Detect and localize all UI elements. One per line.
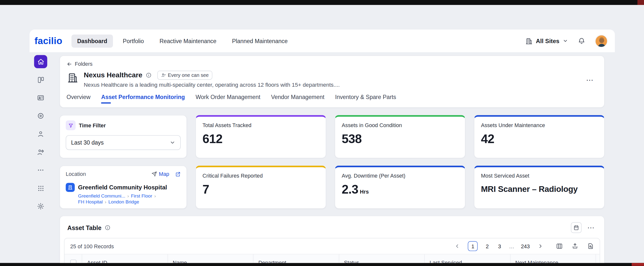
facilio-logo[interactable]: facilio xyxy=(34,35,62,46)
tab-inventory-spare-parts[interactable]: Inventory & Spare Parts xyxy=(335,94,396,105)
window-top-strip xyxy=(0,0,644,5)
chevron-down-icon xyxy=(563,38,568,44)
info-icon[interactable] xyxy=(105,225,110,230)
info-icon[interactable] xyxy=(146,72,152,78)
external-link-icon[interactable] xyxy=(175,171,181,177)
asset-table-title-row: Asset Table ⋯ xyxy=(64,221,600,235)
nav-planned-maintenance[interactable]: Planned Maintenance xyxy=(226,34,294,47)
folder-header-card: Folders Nexus Healthcare xyxy=(60,55,604,108)
avatar[interactable] xyxy=(595,35,607,47)
asset-table-card: Asset Table ⋯ 25 of 100 Records xyxy=(60,216,604,263)
pagination: 1 2 3 … 243 xyxy=(453,241,545,251)
page-prev-button[interactable] xyxy=(453,242,461,250)
filter-icon xyxy=(66,120,76,130)
table-search-icon[interactable] xyxy=(588,243,594,249)
column-header-last-serviced[interactable]: Last Serviced xyxy=(424,254,510,263)
settings-icon[interactable] xyxy=(34,200,47,213)
column-header-department[interactable]: Department xyxy=(253,254,339,263)
breadcrumb-item[interactable]: London Bridge xyxy=(108,199,139,204)
stat-card-avg-downtime: Avg. Downtime (Per Asset) 2.3 Hrs xyxy=(335,165,466,209)
breadcrumb-item[interactable]: FH Hospital xyxy=(78,199,103,204)
page-last[interactable]: 243 xyxy=(521,243,530,249)
time-filter-card: Time Filter Last 30 days xyxy=(60,115,187,158)
window-bottom-strip xyxy=(0,263,644,266)
tab-asset-performance-monitoring[interactable]: Asset Performance Monitoring xyxy=(101,94,185,105)
nav-reactive-maintenance[interactable]: Reactive Maintenance xyxy=(154,34,222,47)
chevron-down-icon xyxy=(170,140,175,145)
column-header-name[interactable]: Name xyxy=(168,254,253,263)
stats-row-2: Location Map xyxy=(60,165,604,209)
user-settings-icon[interactable] xyxy=(34,146,47,159)
tab-work-order-management[interactable]: Work Order Management xyxy=(196,94,260,105)
stat-title: Assets Under Maintenance xyxy=(481,122,598,128)
page-next-button[interactable] xyxy=(536,242,544,250)
stat-unit: Hrs xyxy=(360,189,369,195)
arrow-left-icon xyxy=(66,61,72,67)
column-header-asset-id[interactable]: Asset ID xyxy=(82,254,168,263)
back-label: Folders xyxy=(75,61,92,67)
tab-vendor-management[interactable]: Vendor Management xyxy=(271,94,324,105)
stat-card-good-condition: Assets in Good Condition 538 xyxy=(335,115,466,158)
spaces-icon[interactable] xyxy=(34,73,47,86)
table-scrollbar-gutter[interactable] xyxy=(596,254,600,263)
column-header-next-maintenance[interactable]: Next Maintenance xyxy=(510,254,596,263)
building-icon xyxy=(525,37,532,45)
page-1[interactable]: 1 xyxy=(468,241,478,251)
page-3[interactable]: 3 xyxy=(497,243,502,249)
time-filter-select[interactable]: Last 30 days xyxy=(66,135,181,150)
bell-icon[interactable] xyxy=(578,37,585,45)
calendar-icon[interactable] xyxy=(571,222,582,233)
select-all-checkbox[interactable] xyxy=(70,259,76,263)
map-link-label: Map xyxy=(159,171,169,177)
user-icon[interactable] xyxy=(34,127,47,140)
asset-table-more-button[interactable]: ⋯ xyxy=(586,223,597,232)
apps-icon[interactable] xyxy=(34,181,47,195)
records-count: 25 of 100 Records xyxy=(70,243,114,249)
top-navigation: Dashboard Portfolio Reactive Maintenance… xyxy=(72,34,294,47)
page-title: Nexus Healthcare xyxy=(84,71,142,79)
window-bottom-corner-accent xyxy=(632,263,644,266)
time-filter-label: Time Filter xyxy=(79,122,106,128)
table-toolbar-icons xyxy=(556,243,594,249)
home-icon[interactable] xyxy=(34,55,47,68)
id-card-icon[interactable] xyxy=(34,91,47,104)
stat-value: 538 xyxy=(342,132,458,146)
stats-row-1: Time Filter Last 30 days Total Assets Tr… xyxy=(60,115,604,158)
location-header: Location Map xyxy=(66,171,181,177)
stat-title: Total Assets Tracked xyxy=(202,122,319,128)
back-to-folders[interactable]: Folders xyxy=(66,61,92,67)
stat-title: Critical Failures Reported xyxy=(202,173,319,179)
page-2[interactable]: 2 xyxy=(484,243,490,249)
visibility-badge-label: Every one can see xyxy=(168,72,209,78)
folder-more-button[interactable]: ⋯ xyxy=(586,76,594,84)
location-icon[interactable] xyxy=(34,109,47,122)
breadcrumb-separator: › xyxy=(154,194,156,198)
columns-icon[interactable] xyxy=(556,243,563,249)
tab-overview[interactable]: Overview xyxy=(66,94,90,105)
page-ellipsis: … xyxy=(509,243,514,249)
column-header-status[interactable]: Status xyxy=(339,254,424,263)
window-top-corner-accent xyxy=(637,0,644,5)
stat-value: 2.3 xyxy=(342,182,358,196)
stat-value: 7 xyxy=(202,182,319,196)
asset-table-title: Asset Table xyxy=(68,224,102,231)
breadcrumb-item[interactable]: Greenfield Communi... xyxy=(78,194,125,198)
icon-sidebar xyxy=(34,55,47,213)
breadcrumb-separator: › xyxy=(105,199,106,204)
nav-portfolio[interactable]: Portfolio xyxy=(117,34,150,47)
location-card: Location Map xyxy=(60,165,187,209)
person-icon xyxy=(161,73,166,78)
map-link[interactable]: Map xyxy=(152,171,169,177)
nav-dashboard[interactable]: Dashboard xyxy=(72,34,113,47)
stat-value: MRI Scanner – Radiology xyxy=(481,184,598,194)
export-icon[interactable] xyxy=(572,243,578,249)
breadcrumb-item[interactable]: First Floor xyxy=(131,194,152,198)
breadcrumb-separator: › xyxy=(127,194,129,198)
more-icon[interactable] xyxy=(34,164,47,177)
folder-title-texts: Nexus Healthcare Every one can see xyxy=(84,71,340,88)
time-filter-header: Time Filter xyxy=(66,120,181,130)
time-filter-value: Last 30 days xyxy=(71,139,104,146)
asset-table-toolbar: 25 of 100 Records 1 2 3 … 243 xyxy=(64,238,600,254)
site-selector[interactable]: All Sites xyxy=(525,37,568,45)
breadcrumb: Greenfield Communi... › First Floor › FH… xyxy=(78,194,181,204)
